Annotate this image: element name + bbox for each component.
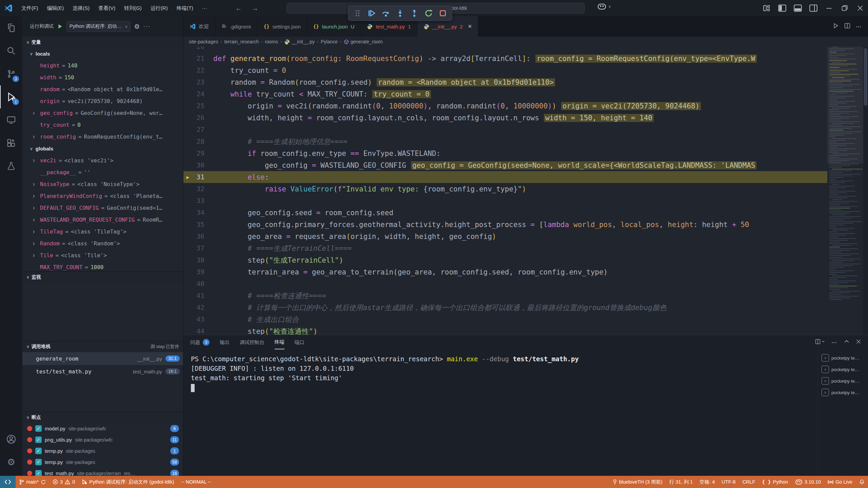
- tab-gdignore[interactable]: .gdignore: [215, 16, 258, 37]
- minimap-slider[interactable]: [827, 47, 863, 164]
- variable-row[interactable]: ❯WASTELAND_ROOM_REQUEST_CONFIG=RoomR…: [22, 214, 183, 226]
- variable-row[interactable]: width=150: [22, 72, 183, 83]
- code-line-36[interactable]: 36 geo_area = request_area(origin, width…: [183, 230, 827, 242]
- variables-group-locals[interactable]: ∨locals: [22, 48, 183, 60]
- scrollbar-thumb[interactable]: [864, 48, 867, 106]
- callstack-frame[interactable]: generate_room__init__.py31:1: [22, 352, 183, 365]
- variable-row[interactable]: height=140: [22, 60, 183, 72]
- breakpoint-row[interactable]: ✓temp.pysite-packages1: [22, 445, 183, 456]
- menu-item-6[interactable]: 终端(T): [172, 3, 198, 14]
- activity-settings[interactable]: ⚙: [0, 451, 22, 474]
- activity-run-debug[interactable]: 1: [0, 85, 22, 108]
- step-out-button[interactable]: [408, 7, 421, 20]
- debug-config-dropdown[interactable]: Python 调试程序: 启动文件 ∨: [66, 21, 131, 32]
- split-editor-button[interactable]: [844, 23, 850, 30]
- variables-group-globals[interactable]: ∨globals: [22, 143, 183, 155]
- variable-row[interactable]: ❯PlanetaryWindConfig=<class 'Planeta…: [22, 190, 183, 202]
- tab-[interactable]: 欢迎: [183, 16, 215, 37]
- editor-scrollbar[interactable]: [863, 47, 868, 335]
- code-line-39[interactable]: 39 terrain_area = geo_area_to_terrain(ge…: [183, 266, 827, 278]
- code-line-30[interactable]: 30 geo_config = WASTELAND_GEO_CONFIGgeo_…: [183, 159, 827, 171]
- nav-back-icon[interactable]: ←: [235, 4, 242, 12]
- code-line-37[interactable]: 37 # ====生成TerrainCell====: [183, 242, 827, 254]
- breadcrumb-item[interactable]: __init__.py: [284, 39, 315, 45]
- variable-row[interactable]: __package__='': [22, 166, 183, 178]
- breadcrumb-item[interactable]: terrain_research: [224, 39, 259, 44]
- panel-tab-输出[interactable]: 输出: [220, 335, 230, 349]
- statusbar-problems[interactable]: 30: [49, 476, 78, 488]
- statusbar-debug-session[interactable]: Python 调试程序: 启动文件 (godot-ldtk): [78, 476, 178, 488]
- statusbar-remote-indicator[interactable]: [0, 476, 16, 488]
- statusbar-cursor-position[interactable]: 行 31, 列 1: [666, 476, 696, 488]
- panel-tab-端口[interactable]: 端口: [295, 335, 304, 349]
- menu-item-7[interactable]: ···: [198, 3, 212, 14]
- code-line-42[interactable]: 42 # 计算每一个出口的中心，然后使用astar生成路径，确保每一个出口组合都…: [183, 302, 827, 313]
- statusbar-git-branch[interactable]: main*: [16, 476, 49, 488]
- statusbar-indentation[interactable]: 空格: 4: [696, 476, 718, 488]
- code-line-34[interactable]: 34 geo_config.seed = room_config.seed: [183, 207, 827, 219]
- code-line-21[interactable]: 21def generate_room(room_config: RoomReq…: [183, 53, 827, 64]
- close-panel-button[interactable]: [856, 339, 861, 346]
- maximize-panel-button[interactable]: [844, 339, 850, 346]
- continue-button[interactable]: [365, 7, 378, 20]
- code-line-35[interactable]: 35 geo_config.primary_forces.geothermal_…: [183, 219, 827, 230]
- breakpoint-checkbox[interactable]: ✓: [35, 459, 42, 465]
- panel-tab-调试控制台[interactable]: 调试控制台: [240, 335, 264, 349]
- menu-item-2[interactable]: 选择(S): [68, 3, 94, 14]
- activity-search[interactable]: [0, 39, 22, 62]
- code-line-29[interactable]: 29 if room_config.env_type == EnvType.WA…: [183, 147, 827, 159]
- breakpoint-checkbox[interactable]: ✓: [35, 425, 42, 432]
- code-line-23[interactable]: 23 random = Random(room_config.seed)rand…: [183, 76, 827, 88]
- panel-tab-问题[interactable]: 问题3: [190, 335, 210, 349]
- callstack-section-header[interactable]: ∨ 调用堆栈 因 step 已暂停: [22, 341, 183, 352]
- code-line-41[interactable]: 41 # ====检查连通性====: [183, 290, 827, 302]
- step-over-button[interactable]: [379, 7, 392, 20]
- run-file-button[interactable]: [833, 23, 839, 30]
- code-line-24[interactable]: 24 while try_count < MAX_TRY_COUNT:try_c…: [183, 88, 827, 100]
- breadcrumb-item[interactable]: generate_room: [344, 39, 383, 44]
- step-into-button[interactable]: [394, 7, 407, 20]
- menu-item-1[interactable]: 编辑(E): [42, 3, 68, 14]
- breadcrumb-item[interactable]: rooms: [265, 39, 278, 44]
- statusbar-notifications[interactable]: [856, 476, 868, 488]
- terminal-instance[interactable]: >pocketpy te…: [818, 364, 868, 375]
- variable-row[interactable]: try_count=0: [22, 119, 183, 131]
- code-line-43[interactable]: 43 # 生成出口组合: [183, 313, 827, 325]
- panel-tab-终端[interactable]: 终端: [275, 335, 284, 349]
- statusbar-go-live[interactable]: Go Live: [824, 476, 856, 488]
- restart-button[interactable]: [422, 7, 435, 20]
- activity-remote-explorer[interactable]: [0, 108, 22, 131]
- code-editor[interactable]: 2021def generate_room(room_config: RoomR…: [183, 47, 868, 335]
- activity-explorer[interactable]: [0, 16, 22, 39]
- breakpoint-row[interactable]: ✓model.pysite-packages\wfc6: [22, 423, 183, 434]
- breadcrumb-item[interactable]: site-packages: [189, 39, 218, 44]
- variable-row[interactable]: ❯DEFAULT_GEO_CONFIG=GeoConfig(seed=1…: [22, 202, 183, 214]
- variable-row[interactable]: ❯Tile=<class 'Tile'>: [22, 249, 183, 261]
- code-line-31[interactable]: ▶31 else:: [183, 171, 827, 183]
- statusbar-blame[interactable]: blueloveTH (3 周前): [609, 476, 666, 488]
- stop-button[interactable]: [436, 7, 449, 20]
- statusbar-encoding[interactable]: UTF-8: [718, 476, 739, 488]
- minimize-button[interactable]: [821, 0, 837, 16]
- terminal-split-button[interactable]: [815, 339, 825, 346]
- breakpoint-row[interactable]: ✓test_math.pysite-packages\terrain_res…1…: [22, 468, 183, 476]
- statusbar-eol[interactable]: CRLF: [739, 476, 758, 488]
- close-button[interactable]: [852, 0, 868, 16]
- statusbar-language-mode[interactable]: { }Python: [758, 476, 791, 488]
- statusbar-pocketpy-version[interactable]: 3.10.10: [792, 476, 824, 488]
- code-line-44[interactable]: 44 step("检查连通性"): [183, 325, 827, 335]
- toggle-panel-button[interactable]: [790, 0, 806, 16]
- breakpoint-checkbox[interactable]: ✓: [35, 448, 42, 454]
- menu-item-4[interactable]: 转到(G): [120, 3, 146, 14]
- variable-row[interactable]: MAX_TRY_COUNT=1000: [22, 261, 183, 271]
- toggle-secondary-sidebar-button[interactable]: [806, 0, 821, 16]
- statusbar-vim-mode[interactable]: -- NORMAL --: [178, 476, 215, 488]
- code-line-22[interactable]: 22 try_count = 0: [183, 64, 827, 76]
- breakpoint-row[interactable]: ✓temp.pysite-packages58: [22, 456, 183, 468]
- activity-account[interactable]: [0, 428, 22, 451]
- start-debug-icon[interactable]: [57, 23, 63, 29]
- variable-row[interactable]: origin=vec2i(7205730, 9024468): [22, 95, 183, 107]
- variable-row[interactable]: ❯geo_config=GeoConfig(seed=None, wor…: [22, 107, 183, 119]
- code-line-27[interactable]: 27: [183, 124, 827, 136]
- activity-testing[interactable]: [0, 155, 22, 178]
